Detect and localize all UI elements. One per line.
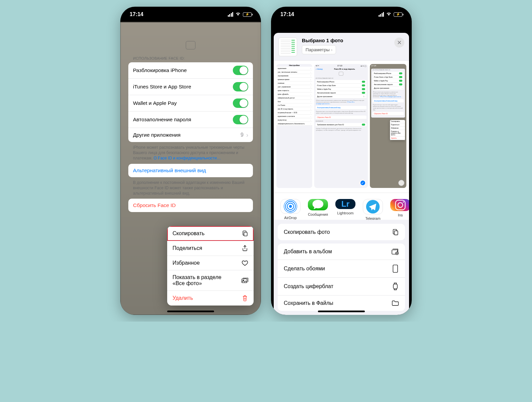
share-app-row[interactable]: AirDrop Сообщения Lr Lightroom Telegram bbox=[274, 193, 409, 220]
ctx-label: Удалить bbox=[173, 295, 193, 301]
action-create-watchface[interactable]: Создать циферблат bbox=[278, 278, 405, 295]
lightroom-icon: Lr bbox=[335, 199, 355, 209]
unselected-circle-icon bbox=[398, 180, 404, 186]
svg-point-3 bbox=[289, 205, 292, 208]
status-bar: 17:14 ⚡ bbox=[271, 7, 412, 22]
faceid-icon bbox=[186, 41, 196, 50]
phone-right: 17:14 ⚡ Выбрано 1 фото Параметры › ✕ bbox=[271, 7, 412, 315]
instagram-icon bbox=[390, 199, 409, 211]
app-messages[interactable]: Сообщения bbox=[307, 199, 329, 215]
row-itunes-appstore[interactable]: iTunes Store и App Store bbox=[128, 79, 253, 95]
action-copy-photo[interactable]: Скопировать фото bbox=[278, 224, 405, 240]
svg-point-9 bbox=[398, 203, 403, 207]
chevron-right-icon: › bbox=[246, 132, 248, 139]
link-faceid-privacy[interactable]: О Face ID и конфиденциальности… bbox=[153, 156, 221, 160]
airdrop-icon bbox=[280, 199, 301, 214]
share-sheet: Выбрано 1 фото Параметры › ✕ Настройки е… bbox=[274, 33, 409, 315]
row-wallet-applepay[interactable]: Wallet и Apple Pay bbox=[128, 95, 253, 112]
wifi-icon bbox=[235, 11, 241, 17]
row-label: Другие приложения bbox=[133, 132, 181, 138]
section-header-faceid: ИСПОЛЬЗОВАНИЕ FACE ID: bbox=[128, 53, 253, 62]
options-button[interactable]: Параметры › bbox=[302, 45, 336, 54]
row-unlock-iphone[interactable]: Разблокировка iPhone bbox=[128, 62, 253, 79]
row-accessory: 9 › bbox=[241, 132, 248, 139]
home-indicator[interactable] bbox=[167, 311, 214, 312]
share-action-list: Скопировать фото Добавить в альбом Сдела… bbox=[274, 220, 409, 315]
app-telegram[interactable]: Telegram bbox=[362, 199, 384, 215]
row-label: Разблокировка iPhone bbox=[133, 67, 187, 73]
toggle-unlock[interactable] bbox=[233, 66, 248, 75]
svg-point-10 bbox=[403, 201, 404, 203]
options-label: Параметры bbox=[306, 47, 330, 52]
telegram-icon bbox=[363, 199, 383, 214]
svg-rect-14 bbox=[393, 265, 398, 272]
ctx-share[interactable]: Поделиться bbox=[167, 241, 254, 256]
share-icon bbox=[242, 245, 248, 252]
action-save-to-files[interactable]: Сохранить в Файлы bbox=[278, 295, 405, 311]
action-set-wallpaper[interactable]: Сделать обоями bbox=[278, 260, 405, 278]
action-label: Создать циферблат bbox=[284, 283, 333, 289]
preview-screenshot-3[interactable]: 17:14 ИСПОЛЬЗОВАНИЕ FACE ID Разблокировк… bbox=[370, 64, 406, 188]
svg-rect-1 bbox=[242, 279, 247, 283]
footnote-faceid-privacy: iPhone может распознавать уникальные тре… bbox=[128, 142, 253, 164]
ctx-show-in-photos[interactable]: Показать в разделе «Все фото» bbox=[167, 270, 254, 291]
status-time: 17:14 bbox=[280, 11, 294, 17]
app-lightroom[interactable]: Lr Lightroom bbox=[335, 199, 356, 215]
ctx-label: Избранное bbox=[173, 260, 200, 266]
app-instagram[interactable]: Ins bbox=[390, 199, 409, 215]
chevron-right-icon: › bbox=[331, 47, 333, 52]
ctx-favorite[interactable]: Избранное bbox=[167, 256, 254, 270]
album-plus-icon bbox=[392, 248, 399, 255]
svg-rect-11 bbox=[394, 231, 398, 235]
action-label: Добавить в альбом bbox=[284, 249, 332, 255]
app-airdrop[interactable]: AirDrop bbox=[280, 199, 301, 215]
app-label: Lightroom bbox=[337, 211, 354, 215]
footnote-alt-appearance: В дополнение к постоянной адаптации к из… bbox=[128, 177, 253, 199]
share-header: Выбрано 1 фото Параметры › ✕ bbox=[274, 33, 409, 60]
phone-left: 17:14 ⚡ ИСПОЛЬЗОВАНИЕ FACE ID: Разблокир… bbox=[120, 7, 261, 315]
wifi-icon bbox=[386, 11, 392, 17]
svg-rect-0 bbox=[244, 232, 247, 236]
battery-icon: ⚡ bbox=[243, 12, 252, 17]
close-button[interactable]: ✕ bbox=[394, 38, 404, 48]
ctx-copy[interactable]: Скопировать bbox=[167, 226, 254, 241]
app-label: AirDrop bbox=[284, 216, 296, 220]
share-title: Выбрано 1 фото bbox=[302, 38, 390, 43]
row-alternate-appearance[interactable]: Альтернативный внешний вид bbox=[128, 164, 253, 177]
preview-screenshot-1[interactable]: Настройки едомления›уки, тактильные сигн… bbox=[276, 64, 312, 188]
row-other-apps[interactable]: Другие приложения 9 › bbox=[128, 128, 253, 142]
status-time: 17:14 bbox=[130, 11, 143, 17]
signal-icon bbox=[379, 12, 384, 17]
trash-icon bbox=[242, 295, 248, 302]
row-reset-faceid[interactable]: Сбросить Face ID bbox=[128, 199, 253, 212]
heart-icon bbox=[242, 260, 248, 266]
ctx-label: Скопировать bbox=[173, 230, 205, 237]
copy-icon bbox=[392, 228, 399, 236]
action-label: Сделать обоями bbox=[284, 266, 325, 272]
svg-rect-15 bbox=[393, 284, 397, 289]
ctx-label: Поделиться bbox=[173, 245, 202, 251]
home-indicator[interactable] bbox=[318, 311, 365, 312]
signal-icon bbox=[228, 12, 234, 17]
app-label: Telegram bbox=[365, 216, 380, 220]
toggle-autofill[interactable] bbox=[233, 115, 248, 124]
row-label: iTunes Store и App Store bbox=[133, 84, 191, 90]
row-password-autofill[interactable]: Автозаполнение пароля bbox=[128, 112, 253, 128]
action-label: Скопировать фото bbox=[284, 229, 330, 235]
app-label: Сообщения bbox=[308, 212, 328, 216]
copy-icon bbox=[242, 230, 248, 237]
messages-icon bbox=[308, 199, 328, 210]
selected-check-icon: ✓ bbox=[360, 180, 366, 186]
toggle-wallet[interactable] bbox=[233, 98, 248, 108]
ctx-delete[interactable]: Удалить bbox=[167, 291, 254, 306]
action-add-to-album[interactable]: Добавить в альбом bbox=[278, 244, 405, 260]
preview-strip[interactable]: Настройки едомления›уки, тактильные сигн… bbox=[274, 60, 409, 193]
share-thumbnail bbox=[278, 38, 297, 56]
photos-icon bbox=[242, 277, 248, 283]
other-apps-count: 9 bbox=[241, 132, 244, 138]
battery-icon: ⚡ bbox=[394, 12, 402, 17]
preview-screenshot-2-selected[interactable]: •ıl ≈17:13•ıl ≈ ▢ ‹ НазадFace ID и код-п… bbox=[314, 64, 368, 188]
row-label: Wallet и Apple Pay bbox=[133, 100, 177, 106]
toggle-itunes[interactable] bbox=[233, 82, 248, 91]
faceid-uses-list: Разблокировка iPhone iTunes Store и App … bbox=[128, 62, 253, 142]
